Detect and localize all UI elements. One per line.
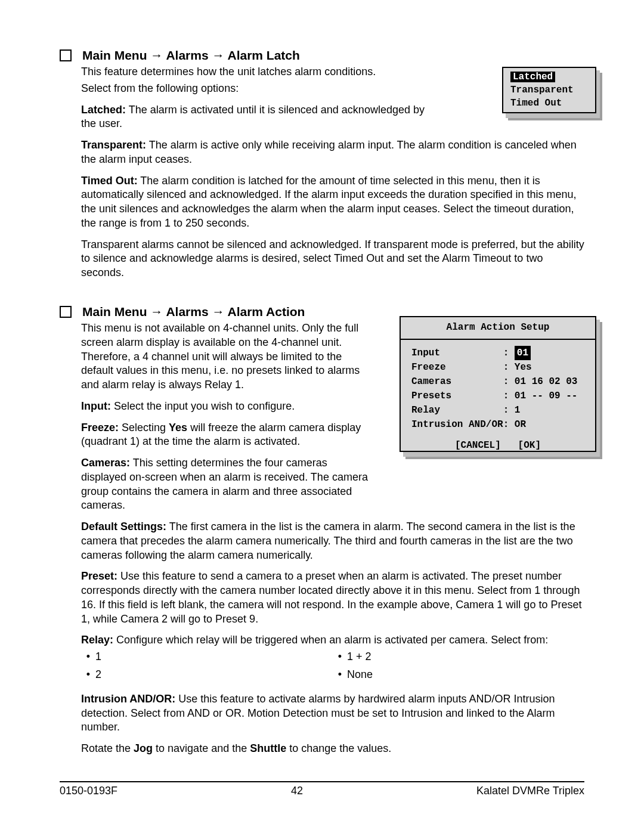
bold-jog: Jog <box>134 742 153 754</box>
text: Select the input you wish to configure. <box>111 400 295 412</box>
label-preset: Preset: <box>81 570 117 582</box>
osd-value: : OR <box>503 419 526 430</box>
heading-text: Alarm Latch <box>224 48 299 62</box>
paragraph: Transparent: The alarm is active only wh… <box>81 138 584 167</box>
paragraph: Relay: Configure which relay will be tri… <box>81 633 584 648</box>
osd-row-cameras[interactable]: Cameras : 01 16 02 03 <box>411 374 587 389</box>
page-number: 42 <box>291 785 303 797</box>
arrow-icon: → <box>212 48 224 62</box>
osd-alarm-action-panel: Alarm Action Setup Input : 01 Freeze : Y… <box>400 316 602 459</box>
text: Selecting <box>119 422 169 433</box>
label-freeze: Freeze: <box>81 422 119 433</box>
paragraph: Default Settings: The first camera in th… <box>81 520 584 562</box>
osd-item-timedout[interactable]: Timed Out <box>508 97 590 110</box>
heading-alarm-action: Main Menu → Alarms → Alarm Action <box>82 304 305 319</box>
label-timedout: Timed Out: <box>81 175 138 187</box>
footer: 0150-0193F 42 Kalatel DVMRe Triplex <box>60 781 584 797</box>
text: Use this feature to send a camera to a p… <box>81 570 581 624</box>
label-default: Default Settings: <box>81 521 166 532</box>
heading-text: Main Menu <box>82 48 150 62</box>
footer-row: 0150-0193F 42 Kalatel DVMRe Triplex <box>60 785 584 797</box>
paragraph: Select from the following options: <box>81 82 441 96</box>
list-item: •1 + 2 <box>333 650 584 664</box>
text: to change the values. <box>286 742 391 754</box>
paragraph: Latched: The alarm is activated until it… <box>81 103 441 132</box>
paragraph: Input: Select the input you wish to conf… <box>81 400 370 414</box>
bullet-icon: • <box>333 668 347 682</box>
relay-opt: 1 + 2 <box>347 650 371 664</box>
heading-alarm-latch: Main Menu → Alarms → Alarm Latch <box>82 48 300 63</box>
paragraph: This menu is not available on 4-channel … <box>81 321 370 392</box>
text: Configure which relay will be triggered … <box>113 634 548 646</box>
section-alarm-latch: Main Menu → Alarms → Alarm Latch This fe… <box>60 48 584 280</box>
label-relay: Relay: <box>81 634 113 646</box>
bullet-icon: • <box>81 650 95 664</box>
paragraph: Preset: Use this feature to send a camer… <box>81 569 584 626</box>
osd-value: : 1 <box>503 405 521 416</box>
relay-col-left: •1 •2 <box>81 650 333 685</box>
osd-row-presets[interactable]: Presets : 01 -- 09 -- <box>411 389 587 403</box>
bullet-icon: • <box>333 650 347 664</box>
heading-text: Alarm Action <box>224 305 305 318</box>
paragraph: Intrusion AND/OR: Use this feature to ac… <box>81 692 584 735</box>
page: Main Menu → Alarms → Alarm Latch This fe… <box>0 0 644 833</box>
osd-row-intrusion[interactable]: Intrusion AND/OR: OR <box>411 417 587 432</box>
paragraph: Rotate the Jog to navigate and the Shutt… <box>81 742 584 756</box>
osd-label: Intrusion AND/OR <box>411 419 503 430</box>
osd-value: : 01 -- 09 -- <box>503 391 578 401</box>
footer-rule <box>60 781 584 782</box>
footer-right: Kalatel DVMRe Triplex <box>476 785 584 797</box>
paragraph: Freeze: Selecting Yes will freeze the al… <box>81 421 370 450</box>
osd-item-transparent[interactable]: Transparent <box>508 83 590 97</box>
osd-selected-value: 01 <box>515 346 531 360</box>
bold-yes: Yes <box>169 422 187 433</box>
osd-alarm-latch-panel: Latched Transparent Timed Out <box>502 67 602 120</box>
bold-shuttle: Shuttle <box>250 742 286 754</box>
arrow-icon: → <box>150 305 163 318</box>
text: Rotate the <box>81 742 134 754</box>
list-item: •None <box>333 668 584 682</box>
paragraph: This feature determines how the unit lat… <box>81 65 441 79</box>
osd-row-relay[interactable]: Relay : 1 <box>411 403 587 417</box>
osd-content: Input : 01 Freeze : Yes Cameras : 01 16 … <box>401 340 595 435</box>
osd-selected: Latched <box>510 72 555 82</box>
heading-row-1: Main Menu → Alarms → Alarm Latch <box>60 48 584 63</box>
list-item: •2 <box>81 668 333 682</box>
osd-label: Presets <box>411 391 503 401</box>
footer-left: 0150-0193F <box>60 785 117 797</box>
osd-row-input[interactable]: Input : 01 <box>411 346 587 360</box>
paragraph: Timed Out: The alarm condition is latche… <box>81 174 584 231</box>
relay-options: •1 •2 •1 + 2 •None <box>81 650 584 685</box>
checkbox-icon <box>60 306 72 318</box>
heading-text: Alarms <box>163 305 212 318</box>
cancel-button[interactable]: [CANCEL] <box>455 440 501 451</box>
osd-label: Input <box>411 348 503 358</box>
text: The alarm is activated until it is silen… <box>81 104 425 130</box>
checkbox-icon <box>60 49 72 61</box>
bullet-icon: • <box>81 668 95 682</box>
relay-opt: None <box>347 668 373 682</box>
ok-button[interactable]: [OK] <box>518 440 541 451</box>
list-item: •1 <box>81 650 333 664</box>
osd-value: : 01 16 02 03 <box>503 376 578 387</box>
section2-body-wide: Default Settings: The first camera in th… <box>81 520 584 756</box>
text: The alarm is active only while receiving… <box>81 139 577 165</box>
arrow-icon: → <box>212 305 224 318</box>
osd-label: Relay <box>411 405 503 416</box>
osd-item-latched[interactable]: Latched <box>508 70 590 83</box>
text: The alarm condition is latched for the a… <box>81 175 577 229</box>
text: to navigate and the <box>153 742 250 754</box>
osd-label: Freeze <box>411 362 503 373</box>
osd-buttons: [CANCEL] [OK] <box>401 435 595 454</box>
paragraph: Transparent alarms cannot be silenced an… <box>81 238 584 280</box>
relay-opt: 2 <box>95 668 101 682</box>
section1-body-wide: Transparent: The alarm is active only wh… <box>81 138 584 280</box>
arrow-icon: → <box>150 48 163 62</box>
osd-val-prefix: : <box>503 348 515 358</box>
osd-value: : Yes <box>503 362 532 373</box>
osd-title: Alarm Action Setup <box>401 317 595 335</box>
paragraph: Cameras: This setting determines the fou… <box>81 456 370 513</box>
osd-label: Cameras <box>411 376 503 387</box>
osd-row-freeze[interactable]: Freeze : Yes <box>411 360 587 374</box>
heading-text: Alarms <box>163 48 212 62</box>
